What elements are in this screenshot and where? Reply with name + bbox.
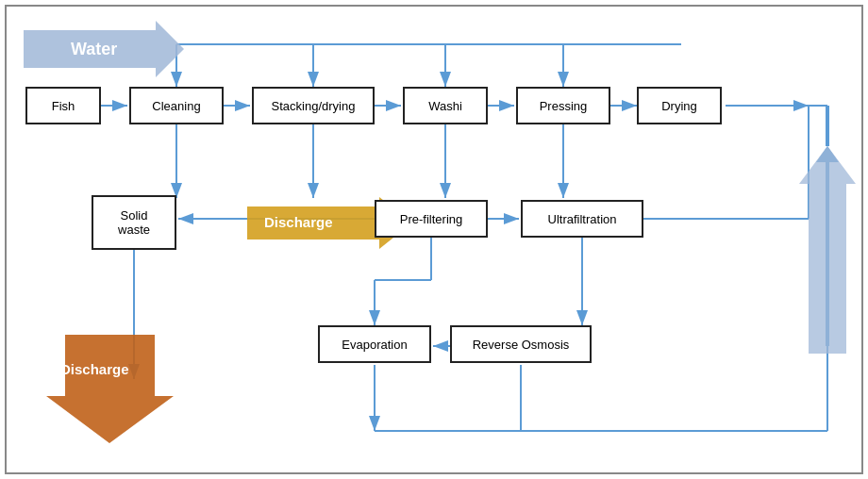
svg-text:Water: Water [71,40,117,58]
diagram-container: Water Discharge Discharge Fish Cleaning … [5,5,863,474]
pre-filtering-box: Pre-filtering [375,200,488,238]
water-arrow: Water [24,21,184,77]
right-up-arrow [799,146,856,354]
svg-text:Discharge: Discharge [60,361,129,377]
evaporation-box: Evaporation [318,325,431,363]
drying-box: Drying [637,87,722,124]
stacking-box: Stacking/drying [252,87,375,124]
fish-box: Fish [25,87,101,124]
cleaning-box: Cleaning [129,87,224,124]
svg-text:Discharge: Discharge [264,214,333,230]
discharge-brown-arrow: Discharge [46,335,174,443]
ultrafiltration-box: Ultrafiltration [521,200,643,238]
svg-marker-42 [799,146,856,354]
reverse-osmosis-box: Reverse Osmosis [450,325,592,363]
washi-box: Washi [403,87,488,124]
svg-marker-40 [46,335,174,443]
pressing-box: Pressing [516,87,610,124]
solid-waste-box: Solid waste [92,195,176,250]
